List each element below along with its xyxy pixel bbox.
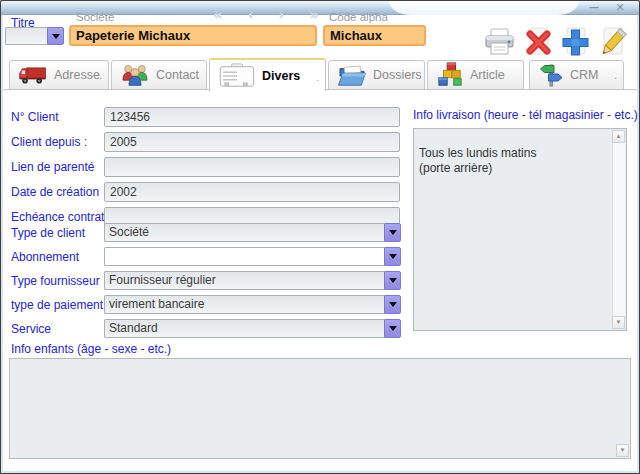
service-dropdown-button[interactable] [384,319,401,338]
tab-crm[interactable]: CRM . [529,60,624,90]
tab-divers[interactable]: Divers . [209,58,326,91]
abonnement-dropdown-button[interactable] [384,247,401,266]
dropdown-label-abonnement: Abonnement [11,250,79,264]
nav-prev-button[interactable]: ‹ [247,6,253,24]
nav-next-button[interactable]: › [278,6,284,24]
info-livraison-label: Info livraison (heure - tél magasinier -… [413,108,638,122]
chevron-down-icon [389,230,397,235]
info-enfants-textarea[interactable]: ▼ [9,358,631,459]
printer-icon [481,27,518,59]
scroll-down-button[interactable]: ▼ [616,444,629,457]
field-label-n-client: N° Client [11,110,58,124]
tab-article[interactable]: Article [427,60,524,90]
type-paiement-dropdown[interactable]: virement bancaire [104,295,401,314]
tab-label: Contact [156,68,199,82]
date-creation-field[interactable]: 2002 [104,182,400,202]
record-navigation: « ‹ › » [213,6,319,24]
app-window: — ✕ Titre Société Papeterie Michaux « ‹ … [0,0,640,474]
tab-label: Article [470,68,505,82]
dropdown-label-type-client: Type de client [11,226,85,240]
add-icon [557,27,594,59]
minimize-button[interactable]: — [585,1,603,14]
titre-dropdown-value[interactable] [5,27,47,45]
info-livraison-text: Tous les lundis matins (porte arrière) [419,146,536,175]
tab-label: Adresse [54,68,100,82]
type-client-dropdown-button[interactable] [384,223,401,242]
chevron-down-icon [389,302,397,307]
cubes-icon [436,62,464,88]
service-dropdown[interactable]: Standard [104,319,401,338]
n-client-field[interactable]: 123456 [104,107,400,127]
service-value[interactable]: Standard [104,319,384,338]
people-icon [120,63,150,87]
chevron-down-icon [389,278,397,283]
tab-label: Divers [262,69,300,83]
tab-label: CRM [570,68,598,82]
type-fournisseur-value[interactable]: Fournisseur régulier [104,271,384,290]
dropdown-label-type-paiement: type de paiement [11,298,103,312]
tab-marker-dot: . [99,70,102,81]
scroll-down-button[interactable]: ▼ [612,316,625,329]
type-client-value[interactable]: Société [104,223,384,242]
client-depuis-field[interactable]: 2005 [104,132,400,152]
titre-dropdown[interactable] [5,27,64,45]
titre-dropdown-button[interactable] [47,27,64,45]
delete-button[interactable] [520,27,557,59]
lien-parente-field[interactable] [104,157,400,177]
folder-icon [337,63,367,88]
type-fournisseur-dropdown[interactable]: Fournisseur régulier [104,271,401,290]
type-paiement-dropdown-button[interactable] [384,295,401,314]
signpost-icon [538,62,564,88]
tab-label: Dossiers [373,68,422,82]
scrollbar-track[interactable] [612,130,625,329]
abonnement-dropdown[interactable] [104,247,401,266]
dropdown-label-type-fournisseur: Type fournisseur [11,274,100,288]
tab-adresse[interactable]: Adresse . [9,60,109,90]
type-client-dropdown[interactable]: Société [104,223,401,242]
code-alpha-input[interactable]: Michaux [323,25,426,46]
tab-contact[interactable]: Contact . [111,60,207,90]
chevron-down-icon [389,254,397,259]
type-fournisseur-dropdown-button[interactable] [384,271,401,290]
delete-icon [520,27,557,59]
societe-label: Société [76,11,114,23]
tab-dossiers[interactable]: Dossiers [328,60,425,90]
tab-marker-dot: . [614,70,617,81]
print-button[interactable] [481,27,518,59]
type-paiement-value[interactable]: virement bancaire [104,295,384,314]
dropdown-label-service: Service [11,322,51,336]
add-button[interactable] [557,27,594,59]
info-enfants-label: Info enfants (âge - sexe - etc.) [11,342,171,356]
field-label-client-depuis: Client depuis : [11,135,87,149]
info-livraison-textarea[interactable]: Tous les lundis matins (porte arrière) ▲… [413,128,627,331]
card-icon [218,63,256,89]
tab-marker-dot: . [316,72,319,83]
nav-last-button[interactable]: » [309,6,319,24]
truck-icon [18,64,48,86]
scroll-up-button[interactable]: ▲ [612,130,625,143]
edit-button[interactable] [594,27,631,59]
nav-first-button[interactable]: « [213,6,223,24]
field-label-date-creation: Date de création [11,185,99,199]
code-alpha-label: Code alpha [329,11,388,23]
chevron-down-icon [52,34,60,39]
societe-input[interactable]: Papeterie Michaux [69,25,317,46]
close-button[interactable]: ✕ [611,1,629,14]
titlebar-swoosh [389,1,579,15]
edit-icon [594,27,631,59]
field-label-lien-parente: Lien de parenté [11,160,94,174]
tab-marker-dot: . [197,70,200,81]
field-label-echeance-contrat: Echéance contrat [11,210,104,224]
chevron-down-icon [389,326,397,331]
abonnement-value[interactable] [104,247,384,266]
